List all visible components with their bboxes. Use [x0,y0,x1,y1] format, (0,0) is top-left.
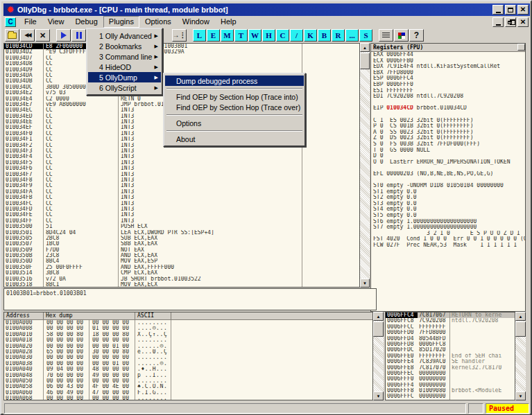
scroll-down-arrow[interactable]: ▼ [360,279,370,288]
letter-window-button[interactable]: E [207,29,220,42]
register-line[interactable]: O 0 LastErr ERROR_NO_IMPERSONATION_TOKEN [371,159,525,166]
letter-window-button[interactable]: C [276,29,289,42]
registers-pane-menu-button[interactable] [517,44,525,51]
register-line[interactable]: ST3 empty 0.0 [371,201,525,207]
plugins-menu-item[interactable]: 1 Olly Advanced ▶ [88,30,161,41]
letter-window-button[interactable]: T [234,29,248,42]
open-file-button[interactable] [5,29,19,42]
register-line[interactable]: ST7 empty 1.0000000000000000000 [371,224,525,231]
disasm-scrollbar[interactable]: ▲ ▼ [360,43,370,288]
stack-row[interactable]: 0006FFE4 7C839AC0 SE handler [386,359,515,364]
register-line[interactable]: ST2 empty 0.0 [371,195,525,201]
letter-window-button[interactable]: W [248,29,261,42]
menubar-item[interactable]: View [42,16,70,28]
hexdump-row[interactable]: 0100A060 46 00 49 00 47 00 00 00 F.I.G..… [4,390,372,396]
ollydump-submenu-item[interactable]: Dump debugged process [165,76,304,86]
letter-window-button[interactable]: ... [345,29,359,42]
register-line[interactable]: T 0 GS 0000 NULL [371,148,525,154]
register-line[interactable]: FCW 027F Prec NEAR,53 Mask 1 1 1 1 1 1 [371,242,525,249]
restart-button[interactable]: ◀◀ [20,29,35,42]
hexdump-row[interactable]: 0100A008 00 00 00 00 01 00 00 00 ....☺..… [4,326,372,331]
register-line[interactable]: ST0 empty -UNORM D1D8 01050104 00000000 [371,183,525,189]
register-line[interactable]: FST 4020 Cond 1 0 0 0 Err 0 0 1 0 0 0 0 … [371,236,525,242]
disasm-row[interactable]: 0100350D 8BC4 MOV EAX,ESP [4,258,359,264]
register-line[interactable]: ST6 empty 1.0000000000000000000 [371,219,525,225]
disasm-row[interactable]: 01003501 8D4C24 04 LEA ECX,DWORD PTR SS:… [4,230,359,236]
disasm-row[interactable]: 010034F3 CC INT3 [4,148,359,154]
hexdump-row[interactable]: 0100A028 65 00 00 00 30 00 00 80 e...0..… [4,349,372,355]
stack-row[interactable]: 0006FFC4 7C817067 RETURN to kerne [386,312,515,318]
register-line[interactable]: ESP 0006FFC4 [371,76,525,82]
options-list-button[interactable] [379,29,393,42]
hexdump-row[interactable]: 0100A058 06 00 43 00 4F 00 4E 00 ♠.C.O.N… [4,384,372,389]
step-over-button[interactable]: →⋮ [172,29,187,42]
run-button[interactable] [56,29,71,42]
stack-row[interactable]: 0006FFD8 0006FFC8 [386,342,515,347]
hexdump-row[interactable]: 0100A068 00 00 00 00 00 00 00 00 .......… [4,396,372,400]
disasm-row[interactable]: 0100350B 23C8 AND ECX,EAX [4,253,359,258]
help-button[interactable]: ? [409,29,424,42]
letter-window-button[interactable]: / [290,29,303,42]
hexdump-scrollbar[interactable]: ▲ ▼ [373,312,384,400]
disasm-row[interactable]: 010034F5 CC INT3 [4,160,359,166]
letter-window-button[interactable]: L [193,29,206,42]
scroll-thumb[interactable] [515,321,526,337]
stack-row[interactable]: 0006FFCC FFFFFFFF [386,324,515,330]
menubar-item[interactable]: Debug [69,16,103,28]
hexdump-row[interactable]: 0100A040 09 04 00 00 48 00 00 00 .♦..H..… [4,367,372,372]
register-line[interactable]: C 1 ES 0023 32bit 0(FFFFFFFF) [371,118,525,124]
letter-window-button[interactable]: B [318,29,331,42]
letter-window-button[interactable]: R [332,29,345,42]
ollydump-submenu-item[interactable] [166,88,302,89]
ollydump-submenu-item[interactable]: Options [165,118,304,128]
register-line[interactable] [371,165,525,171]
hexdump-row[interactable]: 0100A010 58 00 00 80 18 00 00 80 X..Ç↑..… [4,332,372,337]
pause-button[interactable] [71,29,86,42]
plugins-menu-item[interactable]: 2 Bookmarks ▶ [88,41,161,51]
stack-row[interactable]: 0006FFEC 00000000 [386,371,515,376]
register-line[interactable] [371,177,525,183]
register-line[interactable]: ECX 0006FFB0 [371,58,525,64]
hexdump-row[interactable]: 0100A030 00 00 00 00 00 00 00 00 .......… [4,355,372,360]
letter-window-button[interactable]: H [262,29,275,42]
register-line-eip[interactable]: EIP 010034CD brbbot.010034CD [371,105,525,112]
hexdump-row[interactable]: 0100A020 00 00 00 00 00 00 01 00 ......☺… [4,344,372,349]
close-process-button[interactable]: ✕ [35,29,50,42]
stack-row[interactable]: 0006FFD0 7FFD8000 [386,330,515,335]
mdi-restore-button[interactable] [505,17,516,27]
ollydump-submenu-item[interactable]: About [165,134,304,144]
register-line[interactable]: ST1 empty 0.0 [371,189,525,195]
register-line[interactable]: 3 2 1 0 E S P U O Z D I [371,231,525,237]
maximize-button[interactable] [505,5,516,15]
disasm-row[interactable]: 010034F9 CC INT3 [4,183,359,188]
ollydump-submenu-item[interactable]: Find OEP by Section Hop (Trace over) [165,102,304,112]
scroll-thumb[interactable] [360,53,370,69]
disasm-row[interactable]: 010034FD CC INT3 [4,206,359,212]
disasm-row[interactable]: 010034FF CC INT3 [4,218,359,224]
disasm-row[interactable]: 01003500 51 PUSH ECX [4,224,359,229]
letter-window-button[interactable]: S [359,29,372,42]
register-line[interactable] [371,100,525,106]
register-line[interactable]: EBX 7FFD8000 [371,70,525,76]
disasm-row[interactable]: 010034FB CC INT3 [4,195,359,200]
disasm-row[interactable]: 010034FA CC INT3 [4,189,359,195]
disasm-row[interactable]: 01003516 v72 0A JB SHORT brbbot.01003522 [4,276,359,282]
disasm-row[interactable]: 010034D2 ^E9 C3FDFFFF JMP brbbot.0100329… [4,49,359,55]
hexdump-row[interactable]: 0100A050 00 00 00 00 00 00 00 00 .......… [4,378,372,384]
register-line[interactable]: EFL 00000203 (NO,B,NE,BE,NS,PO,GE,G) [371,171,525,177]
letter-window-button[interactable]: M [221,29,234,42]
ollydump-submenu-item[interactable]: Find OEP by Section Hop (Trace into) [165,91,304,102]
mdi-close-button[interactable]: ✕ [517,17,529,27]
disasm-row[interactable]: 0100350F 25 00F0FFFF AND EAX,FFFFF000 [4,265,359,270]
disasm-row[interactable]: 010034D9 CC INT3 [4,67,359,73]
register-line[interactable]: ST4 empty 0.0 [371,206,525,213]
register-line[interactable] [371,112,525,118]
stack-row[interactable]: 0006FFF8 01009080 brbbot.<ModuleE [386,388,515,394]
disasm-row[interactable]: 01003507 1BC0 SBB EAX,EAX [4,241,359,247]
stack-scrollbar[interactable]: ▲ ▼ [515,312,526,400]
register-line[interactable]: EDX 7C91E4F4 ntdll.KiFastSystemCallRet [371,64,525,70]
disasm-row[interactable]: 010034F4 CC INT3 [4,154,359,159]
disasm-row[interactable]: 01003514 3BC8 CMP ECX,EAX [4,270,359,276]
disasm-row[interactable]: 010034D8 CC INT3 [4,61,359,67]
register-line[interactable]: ST5 empty 0.0 [371,213,525,219]
